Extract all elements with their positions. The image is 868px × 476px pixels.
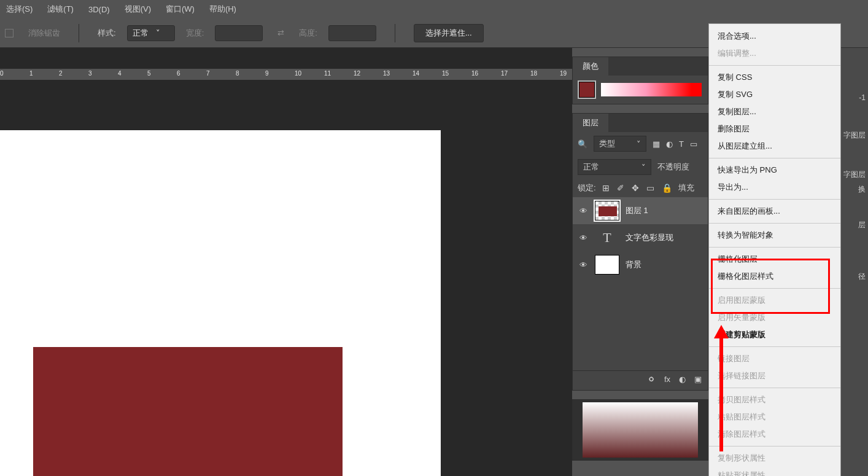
cm-copy-layer-style: 拷贝图层样式 bbox=[709, 391, 840, 408]
cm-delete-layer[interactable]: 删除图层 bbox=[709, 120, 840, 138]
cm-link-layers: 链接图层 bbox=[709, 350, 840, 367]
ruler-tick: 17 bbox=[501, 70, 508, 77]
cm-artboard-from-layer[interactable]: 来自图层的画板... bbox=[709, 203, 840, 220]
visibility-toggle-icon[interactable]: 👁 bbox=[578, 206, 589, 216]
height-input[interactable] bbox=[328, 25, 376, 41]
menu-window[interactable]: 窗口(W) bbox=[166, 4, 195, 15]
cm-quick-export-png[interactable]: 快速导出为 PNG bbox=[709, 162, 840, 179]
ruler-tick: 11 bbox=[324, 70, 331, 77]
filter-adjust-icon[interactable]: ◐ bbox=[666, 139, 673, 149]
cm-copy-css[interactable]: 复制 CSS bbox=[709, 69, 840, 86]
menu-3d[interactable]: 3D(D) bbox=[88, 5, 110, 14]
style-label: 样式: bbox=[98, 28, 116, 39]
cm-paste-layer-style: 粘贴图层样式 bbox=[709, 408, 840, 426]
cm-convert-smart-object[interactable]: 转换为智能对象 bbox=[709, 227, 840, 244]
menu-filter[interactable]: 滤镜(T) bbox=[47, 4, 74, 15]
stub-text: 字图层 bbox=[843, 170, 866, 180]
far-right-panel-sliver: -1 字图层 字图层 换 层 径 bbox=[841, 48, 868, 476]
cm-copy-shape-attr: 复制形状属性 bbox=[709, 450, 840, 467]
stub-text: 径 bbox=[858, 271, 866, 282]
blend-mode-select[interactable]: 正常 ˅ bbox=[578, 159, 651, 175]
ruler-tick: 12 bbox=[354, 70, 360, 77]
red-rectangle-shape[interactable] bbox=[33, 347, 343, 476]
stub-text: 层 bbox=[858, 220, 866, 230]
ruler-tick: 9 bbox=[265, 70, 269, 77]
cm-rasterize-layer[interactable]: 栅格化图层 bbox=[709, 251, 840, 268]
filter-image-icon[interactable]: ▦ bbox=[653, 139, 660, 149]
stub-text: -1 bbox=[859, 93, 866, 102]
type-layer-icon: T bbox=[595, 228, 619, 248]
cm-group-from-layers[interactable]: 从图层建立组... bbox=[709, 138, 840, 155]
layer-mask-icon[interactable]: ◐ bbox=[679, 375, 686, 384]
select-and-mask-button[interactable]: 选择并遮住... bbox=[414, 24, 484, 42]
ruler-tick: 14 bbox=[413, 70, 419, 77]
lock-pixels-icon[interactable]: ⊞ bbox=[602, 183, 610, 193]
ruler-tick: 4 bbox=[118, 70, 122, 77]
ruler-tick: 13 bbox=[383, 70, 390, 77]
antialias-checkbox[interactable] bbox=[5, 29, 14, 37]
tab-color[interactable]: 颜色 bbox=[573, 57, 608, 76]
layer-row[interactable]: 👁 T 文字色彩显现 bbox=[573, 224, 708, 251]
main-menu-bar[interactable]: 选择(S) 滤镜(T) 3D(D) 视图(V) 窗口(W) 帮助(H) bbox=[0, 0, 868, 18]
cm-clear-layer-style: 清除图层样式 bbox=[709, 426, 840, 443]
horizontal-ruler: 0123456789101112131415161718192021 bbox=[0, 69, 573, 80]
menu-view[interactable]: 视图(V) bbox=[125, 4, 151, 15]
cm-blend-options[interactable]: 混合选项... bbox=[709, 28, 840, 45]
filter-shape-icon[interactable]: ▭ bbox=[690, 139, 697, 149]
lock-all-icon[interactable]: 🔒 bbox=[662, 183, 672, 193]
menu-help[interactable]: 帮助(H) bbox=[209, 4, 236, 15]
visibility-toggle-icon[interactable]: 👁 bbox=[578, 260, 589, 270]
stub-text: 字图层 bbox=[843, 130, 866, 141]
navigator-thumbnail[interactable] bbox=[572, 399, 708, 461]
filter-type-icon[interactable]: T bbox=[679, 139, 684, 149]
width-label: 宽度: bbox=[186, 28, 204, 39]
chevron-down-icon: ˅ bbox=[156, 28, 160, 37]
ruler-tick: 3 bbox=[88, 70, 92, 77]
link-layers-icon[interactable]: ⭘ bbox=[648, 375, 656, 384]
tab-layers[interactable]: 图层 bbox=[573, 114, 608, 132]
ruler-tick: 7 bbox=[206, 70, 210, 77]
layer-row[interactable]: 👁 背景 bbox=[573, 251, 708, 278]
foreground-color-swatch[interactable] bbox=[579, 82, 595, 98]
layer-row[interactable]: 👁 图层 1 bbox=[573, 197, 708, 224]
right-panel-column: 颜色 图层 🔍 类型 ˅ ▦ ◐ T ▭ 正常 ˅ bbox=[572, 48, 708, 476]
color-panel: 颜色 bbox=[572, 57, 708, 104]
ruler-tick: 5 bbox=[147, 70, 151, 77]
layer-name[interactable]: 文字色彩显现 bbox=[626, 232, 673, 243]
width-input[interactable] bbox=[215, 25, 263, 41]
layer-filter-type-select[interactable]: 类型 ˅ bbox=[594, 136, 646, 152]
layer-name[interactable]: 背景 bbox=[626, 259, 641, 270]
menu-select[interactable]: 选择(S) bbox=[6, 4, 33, 15]
cm-copy-layer[interactable]: 复制图层... bbox=[709, 103, 840, 120]
ruler-tick: 0 bbox=[0, 70, 4, 77]
ruler-tick: 10 bbox=[295, 70, 301, 77]
ruler-tick: 19 bbox=[560, 70, 567, 77]
canvas[interactable] bbox=[0, 130, 441, 476]
ruler-tick: 1 bbox=[29, 70, 33, 77]
layer-thumbnail[interactable] bbox=[595, 255, 619, 275]
cm-enable-vector-mask: 启用矢量蒙版 bbox=[709, 309, 840, 326]
layer-fx-icon[interactable]: fx bbox=[664, 375, 670, 384]
lock-artboard-icon[interactable]: ▭ bbox=[646, 183, 654, 193]
fill-label: 填充 bbox=[678, 182, 694, 193]
height-label: 高度: bbox=[299, 28, 317, 39]
layer-list: 👁 图层 1 👁 T 文字色彩显现 👁 背景 bbox=[573, 197, 708, 278]
swap-wh-icon[interactable]: ⇄ bbox=[274, 28, 288, 37]
ruler-tick: 18 bbox=[530, 70, 537, 77]
layer-name[interactable]: 图层 1 bbox=[626, 205, 648, 216]
cm-copy-svg[interactable]: 复制 SVG bbox=[709, 86, 840, 103]
layer-thumbnail[interactable] bbox=[595, 201, 619, 220]
adjustment-layer-icon[interactable]: ▣ bbox=[694, 375, 702, 384]
lock-move-icon[interactable]: ✥ bbox=[632, 183, 639, 193]
cm-rasterize-style[interactable]: 栅格化图层样式 bbox=[709, 268, 840, 285]
style-select[interactable]: 正常 ˅ bbox=[127, 25, 175, 41]
layers-panel-bottom-toolbar: ⭘ fx ◐ ▣ bbox=[573, 370, 708, 385]
hue-slider[interactable] bbox=[601, 83, 702, 96]
search-icon[interactable]: 🔍 bbox=[578, 139, 587, 149]
cm-create-clipping-mask[interactable]: 创建剪贴蒙版 bbox=[709, 326, 840, 343]
cm-export-as[interactable]: 导出为... bbox=[709, 179, 840, 196]
layer-context-menu[interactable]: 混合选项... 编辑调整... 复制 CSS 复制 SVG 复制图层... 删除… bbox=[708, 23, 841, 476]
lock-brush-icon[interactable]: ✐ bbox=[617, 183, 624, 193]
chevron-down-icon: ˅ bbox=[641, 163, 646, 172]
visibility-toggle-icon[interactable]: 👁 bbox=[578, 233, 589, 243]
